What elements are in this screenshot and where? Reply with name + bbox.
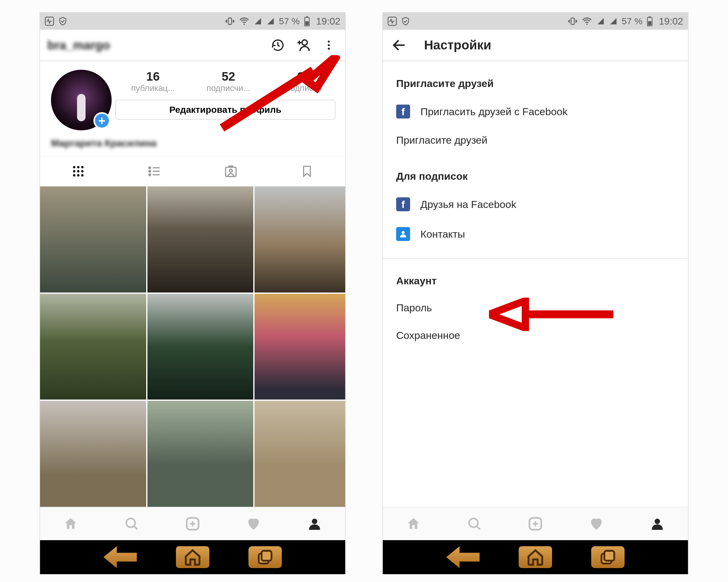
row-contacts[interactable]: Контакты bbox=[383, 219, 688, 249]
nav-search-icon[interactable] bbox=[466, 515, 483, 532]
facebook-icon: f bbox=[396, 197, 410, 211]
bottom-nav bbox=[40, 507, 345, 540]
svg-point-7 bbox=[328, 40, 330, 43]
settings-header: Настройки bbox=[383, 30, 688, 61]
system-nav bbox=[40, 540, 345, 574]
tab-list[interactable] bbox=[116, 157, 193, 186]
vibrate-icon bbox=[568, 17, 577, 26]
grid-photo[interactable] bbox=[40, 401, 146, 507]
profile-tabs bbox=[40, 156, 345, 187]
row-password[interactable]: Пароль bbox=[383, 294, 688, 322]
grid-photo[interactable] bbox=[255, 187, 346, 293]
svg-line-46 bbox=[477, 526, 480, 529]
avatar[interactable]: + bbox=[51, 70, 112, 130]
wifi-icon bbox=[582, 16, 592, 26]
svg-rect-38 bbox=[571, 18, 574, 24]
svg-rect-34 bbox=[261, 551, 271, 561]
nav-add-icon[interactable] bbox=[184, 515, 201, 532]
grid-photo[interactable] bbox=[148, 401, 254, 507]
battery-pct: 57 % bbox=[622, 16, 643, 26]
clock-text: 19:02 bbox=[659, 16, 683, 27]
phone-profile: 57 % 19:02 bra_margo + 16 п bbox=[40, 12, 346, 575]
row-invite-friends[interactable]: Пригласите друзей bbox=[383, 127, 688, 154]
svg-rect-41 bbox=[649, 17, 651, 18]
nav-home-icon[interactable] bbox=[62, 515, 79, 532]
svg-point-6 bbox=[302, 40, 307, 45]
tab-grid[interactable] bbox=[40, 157, 116, 186]
vibrate-icon bbox=[225, 17, 235, 26]
display-name: Маргарита Красилина bbox=[51, 138, 345, 149]
battery-pct: 57 % bbox=[279, 16, 300, 26]
nav-search-icon[interactable] bbox=[123, 515, 140, 532]
archive-icon[interactable] bbox=[269, 36, 287, 54]
add-story-icon[interactable]: + bbox=[94, 112, 110, 129]
sys-recent-icon[interactable] bbox=[591, 546, 625, 568]
svg-point-14 bbox=[77, 170, 79, 172]
nav-add-icon[interactable] bbox=[527, 515, 544, 532]
settings-title: Настройки bbox=[424, 38, 681, 52]
svg-point-13 bbox=[73, 170, 76, 172]
sys-home-icon[interactable] bbox=[176, 546, 209, 568]
shield-icon bbox=[401, 17, 410, 26]
shield-icon bbox=[58, 17, 67, 26]
svg-rect-1 bbox=[228, 18, 231, 24]
row-saved[interactable]: Сохраненное bbox=[383, 322, 688, 349]
svg-point-32 bbox=[312, 519, 317, 524]
svg-point-44 bbox=[401, 231, 405, 234]
sys-back-icon[interactable] bbox=[446, 546, 479, 568]
stat-posts[interactable]: 16 публикац... bbox=[115, 70, 191, 93]
svg-point-17 bbox=[77, 174, 79, 177]
discover-people-icon[interactable] bbox=[294, 36, 312, 54]
tab-tagged[interactable] bbox=[192, 157, 269, 186]
sys-recent-icon[interactable] bbox=[249, 546, 282, 568]
nav-heart-icon[interactable] bbox=[245, 515, 262, 532]
grid-photo[interactable] bbox=[40, 187, 146, 293]
svg-point-19 bbox=[149, 167, 151, 169]
svg-point-20 bbox=[149, 170, 151, 172]
system-nav bbox=[383, 540, 688, 574]
svg-point-12 bbox=[81, 166, 83, 169]
facebook-icon: f bbox=[396, 105, 410, 118]
battery-icon bbox=[647, 16, 653, 26]
username-label[interactable]: bra_margo bbox=[47, 38, 261, 52]
svg-rect-5 bbox=[306, 21, 309, 25]
svg-point-26 bbox=[229, 169, 232, 172]
grid-photo[interactable] bbox=[255, 401, 346, 507]
svg-point-11 bbox=[77, 166, 79, 169]
row-invite-fb[interactable]: f Пригласить друзей с Facebook bbox=[383, 97, 688, 127]
pulse-icon bbox=[45, 17, 54, 26]
pulse-icon bbox=[388, 17, 397, 26]
svg-point-15 bbox=[81, 170, 83, 172]
nav-profile-icon[interactable] bbox=[306, 515, 323, 532]
back-icon[interactable] bbox=[390, 36, 408, 54]
svg-point-27 bbox=[126, 518, 135, 527]
edit-profile-button[interactable]: Редактировать профиль bbox=[115, 100, 336, 120]
menu-kebab-icon[interactable] bbox=[320, 36, 338, 54]
stat-following[interactable]: 62 подписки bbox=[266, 70, 342, 93]
sys-home-icon[interactable] bbox=[519, 546, 552, 568]
svg-point-9 bbox=[328, 48, 330, 50]
nav-heart-icon[interactable] bbox=[588, 515, 605, 532]
phone-settings: 57 % 19:02 Настройки Пригласите друзей f… bbox=[382, 12, 688, 575]
battery-icon bbox=[304, 16, 310, 26]
grid-photo[interactable] bbox=[40, 294, 146, 400]
nav-home-icon[interactable] bbox=[405, 515, 422, 532]
profile-header: bra_margo bbox=[40, 30, 345, 61]
row-fb-friends[interactable]: f Друзья на Facebook bbox=[383, 190, 688, 219]
clock-text: 19:02 bbox=[316, 16, 340, 27]
sys-back-icon[interactable] bbox=[103, 546, 137, 568]
svg-point-45 bbox=[469, 518, 478, 527]
grid-photo[interactable] bbox=[255, 294, 346, 400]
svg-point-2 bbox=[243, 24, 245, 25]
tab-saved[interactable] bbox=[269, 157, 345, 186]
section-account: Аккаунт bbox=[383, 258, 688, 294]
grid-photo[interactable] bbox=[148, 294, 254, 400]
nav-profile-icon[interactable] bbox=[649, 515, 666, 532]
settings-body: Пригласите друзей f Пригласить друзей с … bbox=[383, 61, 688, 507]
svg-point-8 bbox=[328, 44, 330, 46]
signal1-icon bbox=[596, 17, 605, 25]
stat-followers[interactable]: 52 подписчи... bbox=[191, 70, 266, 93]
svg-rect-52 bbox=[604, 551, 614, 561]
section-invite: Пригласите друзей bbox=[383, 61, 688, 97]
grid-photo[interactable] bbox=[148, 187, 254, 293]
